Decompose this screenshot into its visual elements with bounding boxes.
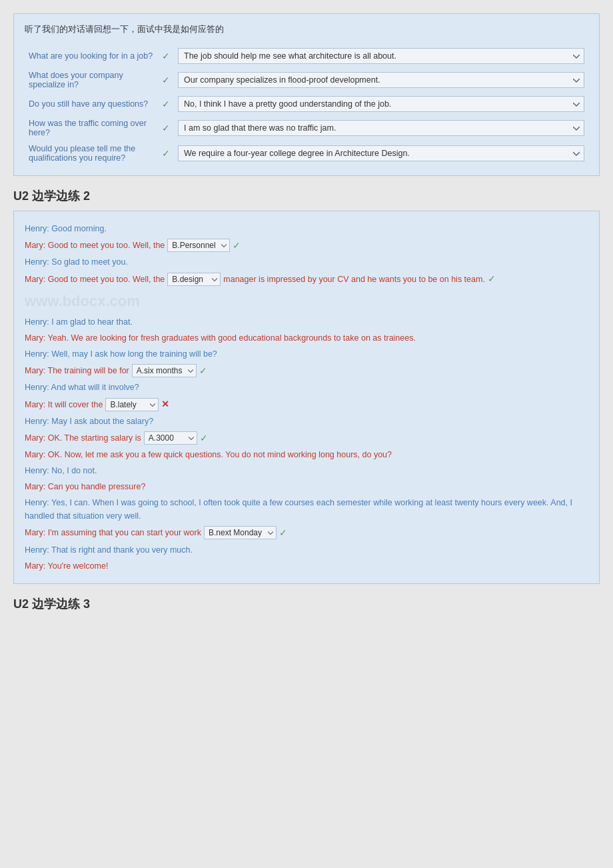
dialog-cross-9: ✕ xyxy=(161,397,169,411)
qa-row-4: Would you please tell me the qualificati… xyxy=(25,141,588,166)
qa-question-4: Would you please tell me the qualificati… xyxy=(25,141,158,166)
qa-row-1: What does your company specialize in?✓Ou… xyxy=(25,67,588,93)
qa-answer-cell-4[interactable]: We require a four-year college degree in… xyxy=(174,141,588,166)
dialog-line-10: Henry: May I ask about the salary? xyxy=(25,415,588,428)
dialog-line-13: Henry: No, I do not. xyxy=(25,464,588,477)
dialog-line-11: Mary: OK. The starting salary isA.3000✓ xyxy=(25,431,588,445)
dialog-line-1: Mary: Good to meet you too. Well, theB.P… xyxy=(25,238,588,253)
qa-question-0: What are you looking for in a job? xyxy=(25,45,158,67)
dialog-line-5: Mary: Yeah. We are looking for fresh gra… xyxy=(25,331,588,345)
section1-instruction: 听了我们的对话请回想一下，面试中我是如何应答的 xyxy=(25,23,588,35)
section1-box: 听了我们的对话请回想一下，面试中我是如何应答的 What are you loo… xyxy=(13,13,600,176)
dialog-line-0: Henry: Good morning. xyxy=(25,222,588,235)
qa-question-3: How was the traffic coming over here? xyxy=(25,115,158,141)
section3-heading: U2 边学边练 3 xyxy=(13,596,600,612)
dialog-select-11[interactable]: A.3000 xyxy=(144,431,197,445)
dialog-before-9: Mary: It will cover the xyxy=(25,398,103,411)
dialog-before-11: Mary: OK. The starting salary is xyxy=(25,431,141,445)
dialog-line-3: Mary: Good to meet you too. Well, theB.d… xyxy=(25,271,588,313)
dialog-line-17: Henry: That is right and thank you very … xyxy=(25,543,588,557)
section2-heading: U2 边学边练 2 xyxy=(13,188,600,204)
dialog-checkmark-16: ✓ xyxy=(279,525,287,540)
qa-answer-cell-1[interactable]: Our company specializes in flood-proof d… xyxy=(174,67,588,93)
section2-box: Henry: Good morning.Mary: Good to meet y… xyxy=(13,211,600,584)
qa-answer-cell-3[interactable]: I am so glad that there was no traffic j… xyxy=(174,115,588,141)
dialog-after-3: manager is impressed by your CV and he w… xyxy=(223,273,485,286)
dialog-line-14: Mary: Can you handle pressure? xyxy=(25,480,588,493)
dialog-line-18: Mary: You're welcome! xyxy=(25,559,588,573)
dialog-line-16: Mary: I'm assuming that you can start yo… xyxy=(25,525,588,540)
dialog-select-3[interactable]: B.design xyxy=(167,273,221,286)
dialog-line-7: Mary: The training will be forA.six mont… xyxy=(25,363,588,378)
qa-question-1: What does your company specialize in? xyxy=(25,67,158,93)
dialog-select-9[interactable]: B.lately xyxy=(105,398,159,411)
qa-check-2: ✓ xyxy=(158,93,174,115)
dialog-checkmark-7: ✓ xyxy=(199,363,207,378)
dialog-line-2: Henry: So glad to meet you. xyxy=(25,255,588,269)
dialog-line-6: Henry: Well, may I ask how long the trai… xyxy=(25,347,588,361)
qa-row-2: Do you still have any questions?✓No, I t… xyxy=(25,93,588,115)
qa-table: What are you looking for in a job?✓The j… xyxy=(25,45,588,166)
watermark: www.bdocx.com xyxy=(25,289,140,313)
dialog-line-15: Henry: Yes, I can. When I was going to s… xyxy=(25,496,588,523)
dialog-checkmark-3: ✓ xyxy=(488,271,496,286)
qa-answer-cell-0[interactable]: The job should help me see what architec… xyxy=(174,45,588,67)
qa-question-2: Do you still have any questions? xyxy=(25,93,158,115)
qa-answer-select-1[interactable]: Our company specializes in flood-proof d… xyxy=(178,72,584,88)
qa-row-0: What are you looking for in a job?✓The j… xyxy=(25,45,588,67)
dialog-select-16[interactable]: B.next Monday xyxy=(204,526,277,539)
dialog-line-8: Henry: And what will it involve? xyxy=(25,381,588,394)
dialog-before-16: Mary: I'm assuming that you can start yo… xyxy=(25,526,201,539)
qa-answer-select-3[interactable]: I am so glad that there was no traffic j… xyxy=(178,120,584,136)
qa-answer-select-2[interactable]: No, I think I have a pretty good underst… xyxy=(178,96,584,112)
dialog-before-3: Mary: Good to meet you too. Well, the xyxy=(25,273,165,286)
qa-row-3: How was the traffic coming over here?✓I … xyxy=(25,115,588,141)
qa-check-4: ✓ xyxy=(158,141,174,166)
qa-check-3: ✓ xyxy=(158,115,174,141)
dialog-line-9: Mary: It will cover theB.lately✕ xyxy=(25,397,588,411)
dialog-select-7[interactable]: A.six months xyxy=(132,364,197,377)
qa-answer-select-0[interactable]: The job should help me see what architec… xyxy=(178,48,584,64)
qa-check-0: ✓ xyxy=(158,45,174,67)
dialog-line-12: Mary: OK. Now, let me ask you a few quic… xyxy=(25,448,588,461)
dialog-checkmark-1: ✓ xyxy=(233,238,241,253)
qa-answer-select-4[interactable]: We require a four-year college degree in… xyxy=(178,145,584,161)
qa-answer-cell-2[interactable]: No, I think I have a pretty good underst… xyxy=(174,93,588,115)
dialog-line-4: Henry: I am glad to hear that. xyxy=(25,315,588,329)
qa-check-1: ✓ xyxy=(158,67,174,93)
dialog-before-1: Mary: Good to meet you too. Well, the xyxy=(25,239,165,252)
dialog-before-7: Mary: The training will be for xyxy=(25,364,129,377)
dialog-checkmark-11: ✓ xyxy=(200,431,208,445)
dialog-select-1[interactable]: B.Personnel xyxy=(167,239,230,252)
